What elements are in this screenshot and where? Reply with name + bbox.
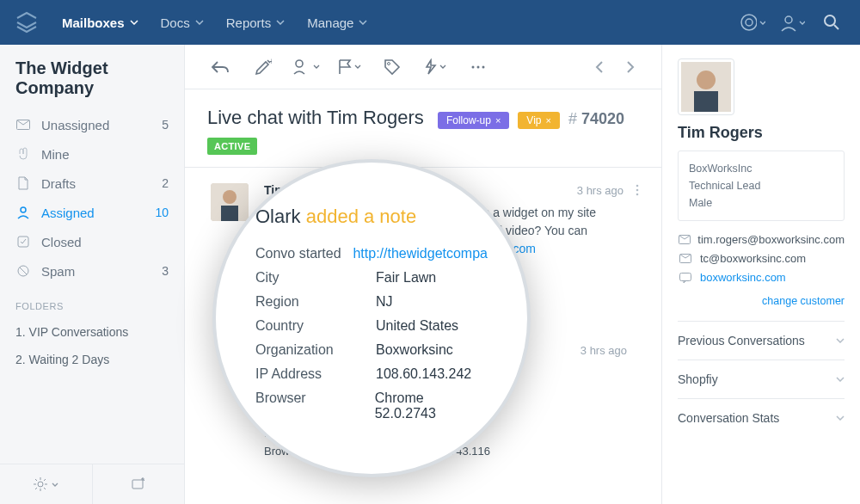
search-icon[interactable]: [819, 9, 845, 35]
sidebar-item-mine[interactable]: Mine: [0, 139, 184, 169]
workflow-button[interactable]: [419, 51, 452, 83]
magnifier-overlay: Olark added a note Convo startedhttp://t…: [212, 159, 531, 477]
sidebar-item-label: Assigned: [41, 206, 155, 220]
customer-email-1[interactable]: tim.rogers@boxworksinc.com: [678, 233, 845, 246]
top-nav: Mailboxes Docs Reports Manage: [0, 0, 860, 45]
nav-reports[interactable]: Reports: [226, 15, 286, 30]
message-time: 3 hrs ago: [580, 344, 627, 357]
chat-icon: [678, 272, 693, 284]
sidebar-item-closed[interactable]: Closed: [0, 227, 184, 256]
chevron-down-icon: [836, 377, 845, 382]
customer-email-2[interactable]: tc@boxworksinc.com: [678, 252, 845, 265]
status-badge: ACTIVE: [207, 138, 257, 155]
prev-button[interactable]: [587, 55, 611, 79]
section-previous-conversations[interactable]: Previous Conversations: [678, 321, 845, 360]
svg-point-3: [825, 15, 835, 26]
sidebar-item-count: 10: [155, 206, 169, 219]
status-button[interactable]: [333, 51, 366, 83]
chevron-down-icon: [195, 20, 204, 25]
tag-vip[interactable]: Vip×: [518, 112, 560, 129]
tag-button[interactable]: [376, 51, 408, 83]
nav-mailboxes-label: Mailboxes: [62, 15, 125, 30]
sidebar-bottom: [0, 464, 184, 504]
hand-icon: [15, 146, 31, 162]
folder-waiting[interactable]: 2. Waiting 2 Days: [0, 346, 184, 373]
close-icon[interactable]: ×: [495, 115, 501, 126]
customer-site[interactable]: boxworksinc.com: [678, 271, 845, 284]
nav-manage-label: Manage: [307, 15, 353, 30]
svg-point-11: [296, 60, 303, 67]
toolbar: +: [185, 45, 661, 89]
svg-point-5: [21, 207, 26, 212]
section-shopify[interactable]: Shopfiy: [678, 360, 845, 398]
customer-gender: Male: [689, 194, 833, 212]
svg-point-20: [636, 189, 639, 192]
conversation-number: # 74020: [568, 110, 624, 128]
sidebar-item-label: Spam: [41, 264, 162, 279]
customer-info: BoxWorksInc Technical Lead Male: [678, 151, 845, 221]
folders-label: FOLDERS: [0, 286, 184, 318]
svg-rect-24: [694, 91, 718, 112]
svg-point-1: [746, 19, 752, 26]
reply-button[interactable]: [204, 51, 236, 83]
sidebar-item-unassigned[interactable]: Unassigned 5: [0, 110, 184, 139]
close-icon[interactable]: ×: [545, 115, 550, 126]
customer-name: Tim Rogers: [678, 124, 845, 142]
help-icon[interactable]: [740, 9, 765, 35]
nav-mailboxes[interactable]: Mailboxes: [62, 15, 138, 30]
svg-rect-27: [680, 273, 691, 280]
more-icon[interactable]: [636, 184, 639, 196]
envelope-icon: [678, 253, 693, 265]
svg-text:+: +: [269, 58, 272, 66]
sidebar-item-label: Unassigned: [41, 118, 162, 132]
note-button[interactable]: +: [247, 51, 280, 83]
compose-button[interactable]: [93, 464, 185, 504]
svg-point-14: [477, 65, 480, 68]
customer-avatar: [678, 58, 734, 115]
svg-point-13: [472, 65, 475, 68]
svg-rect-9: [132, 480, 143, 489]
person-icon: [15, 205, 31, 220]
chevron-down-icon: [836, 415, 845, 421]
change-customer-link[interactable]: change customer: [678, 295, 845, 307]
conversation-header: Live chat with Tim Rogers Follow-up× Vip…: [185, 89, 661, 168]
folder-vip[interactable]: 1. VIP Conversations: [0, 318, 184, 346]
sidebar-item-count: 3: [162, 264, 169, 278]
nav-docs-label: Docs: [161, 15, 190, 30]
sidebar-item-assigned[interactable]: Assigned 10: [0, 198, 184, 227]
sidebar: The Widget Company Unassigned 5 Mine Dra…: [0, 45, 185, 504]
assign-button[interactable]: [290, 51, 322, 83]
note-title: Olark added a note: [255, 206, 488, 228]
nav-manage[interactable]: Manage: [307, 15, 367, 30]
chevron-down-icon: [276, 20, 285, 25]
svg-point-8: [38, 482, 43, 487]
message-time: 3 hrs ago: [577, 184, 624, 197]
svg-point-2: [785, 16, 792, 23]
section-conversation-stats[interactable]: Conversation Stats: [678, 398, 845, 437]
sidebar-item-drafts[interactable]: Drafts 2: [0, 169, 184, 198]
nav-docs[interactable]: Docs: [161, 15, 204, 30]
svg-point-0: [741, 15, 757, 30]
chevron-down-icon: [836, 338, 845, 343]
account-icon[interactable]: [779, 9, 805, 35]
nav-reports-label: Reports: [226, 15, 272, 30]
next-button[interactable]: [618, 55, 642, 79]
settings-button[interactable]: [0, 464, 93, 504]
sidebar-item-label: Mine: [41, 147, 169, 162]
svg-point-12: [388, 62, 390, 65]
more-button[interactable]: [462, 51, 494, 83]
sidebar-item-spam[interactable]: Spam 3: [0, 256, 184, 286]
sidebar-item-count: 5: [162, 118, 169, 132]
app-logo[interactable]: [15, 11, 38, 34]
envelope-icon: [15, 117, 31, 132]
svg-point-17: [223, 190, 236, 204]
svg-point-15: [482, 65, 485, 68]
customer-profile: Tim Rogers BoxWorksInc Technical Lead Ma…: [662, 45, 860, 504]
svg-point-21: [636, 194, 639, 196]
chevron-down-icon: [359, 20, 367, 25]
sidebar-item-label: Drafts: [41, 176, 162, 191]
sidebar-item-label: Closed: [41, 235, 169, 249]
file-icon: [15, 175, 31, 191]
ban-icon: [15, 263, 31, 279]
tag-followup[interactable]: Follow-up×: [438, 112, 509, 129]
